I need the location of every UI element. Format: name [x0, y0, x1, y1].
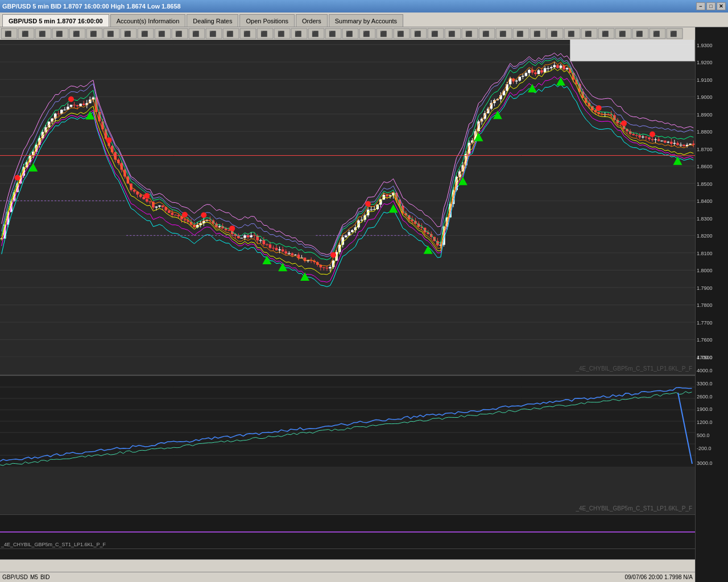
- tab-positions[interactable]: Open Positions: [239, 14, 295, 27]
- tab-bar: GBP/USD 5 min 1.8707 16:00:00 Account(s)…: [0, 13, 728, 27]
- window-controls: − □ ✕: [696, 2, 726, 10]
- currency-pair: GBP/USD: [2, 574, 28, 580]
- main-area: _4E_CHYBIL_GBP5m_C_ST1_LP1.6KL_P_F _4E_C…: [0, 27, 728, 582]
- chart-container: _4E_CHYBIL_GBP5m_C_ST1_LP1.6KL_P_F _4E_C…: [0, 27, 695, 582]
- status-left: GBP/USD M5 BID: [2, 574, 50, 580]
- main-price-chart[interactable]: _4E_CHYBIL_GBP5m_C_ST1_LP1.6KL_P_F: [0, 27, 695, 375]
- title-text: GBP/USD 5 min BID 1.8707 16:00:00 High 1…: [2, 3, 181, 10]
- equity-watermark: _4E_CHYBIL_GBP5m_C_ST1_LP1.6KL_P_F: [576, 505, 692, 512]
- tab-chart[interactable]: GBP/USD 5 min 1.8707 16:00:00: [2, 14, 109, 27]
- status-bar: GBP/USD M5 BID 09/07/06 20:00 1.7998 N/A: [0, 572, 695, 582]
- status-right: 09/07/06 20:00 1.7998 N/A: [624, 574, 693, 580]
- bid-label: BID: [40, 574, 50, 580]
- price-axis: [695, 27, 728, 582]
- main-watermark: _4E_CHYBIL_GBP5m_C_ST1_LP1.6KL_P_F: [576, 365, 692, 372]
- timeframe: M5: [30, 574, 38, 580]
- tab-accounts[interactable]: Account(s) Information: [110, 14, 186, 27]
- tab-dealing[interactable]: Dealing Rates: [187, 14, 238, 27]
- title-bar: GBP/USD 5 min BID 1.8707 16:00:00 High 1…: [0, 0, 728, 13]
- maximize-button[interactable]: □: [706, 2, 715, 10]
- minimize-button[interactable]: −: [696, 2, 705, 10]
- equity-chart[interactable]: _4E_CHYBIL_GBP5m_C_ST1_LP1.6KL_P_F: [0, 375, 695, 515]
- indicator-chart[interactable]: _4E_CHYBIL_GBP5m_C_ST1_LP1.6KL_P_F: [0, 515, 695, 549]
- tab-orders[interactable]: Orders: [296, 14, 328, 27]
- bottom-toolbar: [0, 559, 695, 572]
- timeline: [0, 549, 695, 559]
- tab-summary[interactable]: Summary by Accounts: [329, 14, 403, 27]
- indicator-label: _4E_CHYBIL_GBP5m_C_ST1_LP1.6KL_P_F: [1, 542, 106, 547]
- close-button[interactable]: ✕: [717, 2, 726, 10]
